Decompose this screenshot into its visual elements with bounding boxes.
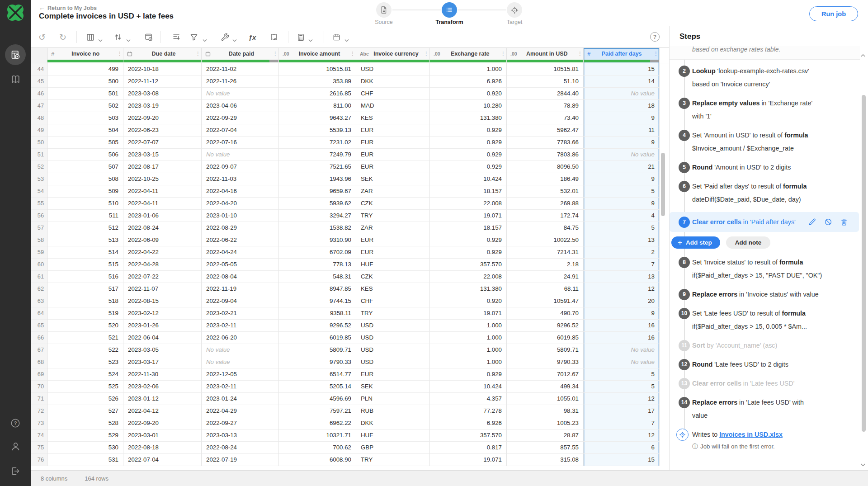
calendar-icon[interactable] (331, 32, 341, 42)
stepper-transform[interactable]: Transform (429, 2, 470, 25)
stepper-target[interactable]: Target (494, 2, 535, 25)
step-item-8[interactable]: 8Set 'Invoice status' to result of formu… (670, 256, 860, 282)
cell-invoice_currency[interactable]: SEK (356, 381, 430, 393)
output-file-link[interactable]: Invoices in USD.xlsx (719, 431, 783, 438)
chevron-down-icon[interactable] (232, 36, 237, 39)
cell-invoice_no[interactable]: 503 (47, 112, 123, 124)
column-menu-icon[interactable]: ⋮ (653, 51, 659, 57)
cell-date_paid[interactable]: No value (202, 88, 279, 100)
cell-date_paid[interactable]: No value (202, 344, 279, 356)
cell-due_date[interactable]: 2022-09-20 (123, 417, 202, 429)
cell-date_paid[interactable]: 2022-11-02 (202, 63, 279, 75)
columns-icon[interactable] (85, 32, 95, 42)
return-to-jobs-link[interactable]: ←Return to My Jobs (39, 4, 97, 11)
step-item-11[interactable]: 11Sort by 'Account_name' (asc) (670, 339, 860, 352)
column-header-amount_usd[interactable]: .00Amount in USD⋮ (507, 48, 584, 60)
cell-invoice_no[interactable]: 522 (47, 344, 123, 356)
cell-due_date[interactable]: 2023-02-12 (123, 307, 202, 320)
cell-date_paid[interactable]: No value (202, 356, 279, 368)
cell-exchange_rate[interactable]: 6.926 (430, 75, 507, 88)
cell-invoice_currency[interactable]: ZAR (356, 222, 430, 234)
cell-amount_usd[interactable]: 28.87 (507, 429, 584, 442)
cell-amount_usd[interactable]: 68.11 (507, 283, 584, 295)
sidebar-item-library[interactable] (0, 69, 31, 90)
cell-amount_usd[interactable]: 8096.50 (507, 161, 584, 173)
cell-date_paid[interactable]: 2023-02-11 (202, 320, 279, 332)
steps-scroll-down-icon[interactable] (860, 460, 867, 467)
cell-date_paid[interactable]: 2022-04-20 (202, 198, 279, 210)
cell-amount_usd[interactable]: 5962.47 (507, 124, 584, 137)
cell-invoice_amount[interactable]: 5809.71 (279, 344, 356, 356)
chevron-down-icon[interactable] (344, 36, 349, 39)
cell-amount_usd[interactable]: 172.74 (507, 210, 584, 222)
cell-invoice_no[interactable]: 506 (47, 149, 123, 161)
delete-step-icon[interactable] (840, 218, 848, 226)
cell-date_paid[interactable]: 2022-06-20 (202, 332, 279, 344)
cell-amount_usd[interactable]: 9296.52 (507, 320, 584, 332)
cell-invoice_amount[interactable]: 700.62 (279, 442, 356, 454)
cell-date_paid[interactable]: 2022-09-07 (202, 161, 279, 173)
cell-invoice_amount[interactable]: 1943.96 (279, 173, 356, 185)
column-header-paid_after_days[interactable]: #Paid after days⋮ (584, 48, 660, 60)
cell-due_date[interactable]: 2022-07-22 (123, 271, 202, 283)
add-note-button[interactable]: Add note (726, 236, 771, 249)
cell-date_paid[interactable]: 2023-03-13 (202, 429, 279, 442)
cell-amount_usd[interactable]: 7214.31 (507, 246, 584, 259)
cell-due_date[interactable]: 2023-03-01 (123, 429, 202, 442)
cell-amount_usd[interactable]: 7012.67 (507, 368, 584, 381)
cell-exchange_rate[interactable]: 0.920 (430, 295, 507, 307)
cell-invoice_amount[interactable]: 7521.65 (279, 161, 356, 173)
cell-invoice_currency[interactable]: USD (356, 332, 430, 344)
column-header-invoice_amount[interactable]: .00Invoice amount⋮ (279, 48, 356, 60)
cell-invoice_amount[interactable]: 353.89 (279, 75, 356, 88)
cell-invoice_no[interactable]: 510 (47, 198, 123, 210)
cell-invoice_currency[interactable]: PLN (356, 393, 430, 405)
cell-invoice_amount[interactable]: 2616.85 (279, 88, 356, 100)
cell-invoice_currency[interactable]: GBP (356, 442, 430, 454)
cell-invoice_amount[interactable]: 6702.09 (279, 246, 356, 259)
cell-invoice_amount[interactable]: 5939.62 (279, 198, 356, 210)
cell-invoice_currency[interactable]: DKK (356, 75, 430, 88)
cell-date_paid[interactable]: 2022-07-16 (202, 137, 279, 149)
cell-date_paid[interactable]: 2022-11-19 (202, 283, 279, 295)
cell-paid_after_days[interactable]: 9 (584, 173, 660, 185)
cell-due_date[interactable]: 2023-03-15 (123, 149, 202, 161)
cell-invoice_no[interactable]: 530 (47, 442, 123, 454)
cell-paid_after_days[interactable]: 14 (584, 75, 660, 88)
cell-due_date[interactable]: 2022-04-12 (123, 405, 202, 417)
cell-invoice_currency[interactable]: EUR (356, 246, 430, 259)
cell-invoice_currency[interactable]: EUR (356, 137, 430, 149)
cell-invoice_amount[interactable]: 5539.13 (279, 124, 356, 137)
cell-exchange_rate[interactable]: 10.280 (430, 100, 507, 112)
cell-due_date[interactable]: 2023-01-26 (123, 320, 202, 332)
cell-amount_usd[interactable]: 10591.47 (507, 295, 584, 307)
column-header-invoice_currency[interactable]: AbcInvoice currency⋮ (356, 48, 430, 60)
cell-amount_usd[interactable]: 1055.01 (507, 393, 584, 405)
cell-due_date[interactable]: 2022-11-07 (123, 283, 202, 295)
cell-due_date[interactable]: 2022-07-04 (123, 454, 202, 466)
cell-invoice_currency[interactable]: USD (356, 63, 430, 75)
cell-amount_usd[interactable]: 5809.71 (507, 344, 584, 356)
cell-date_paid[interactable]: 2023-04-06 (202, 100, 279, 112)
cell-invoice_currency[interactable]: HUF (356, 429, 430, 442)
cell-invoice_amount[interactable]: 9358.11 (279, 307, 356, 320)
cell-due_date[interactable]: 2022-10-18 (123, 63, 202, 75)
cell-invoice_amount[interactable]: 5205.14 (279, 381, 356, 393)
cell-amount_usd[interactable]: 10515.81 (507, 63, 584, 75)
app-logo-icon[interactable] (5, 3, 25, 23)
cell-invoice_no[interactable]: 515 (47, 259, 123, 271)
cell-due_date[interactable]: 2023-02-06 (123, 381, 202, 393)
cell-invoice_amount[interactable]: 9659.67 (279, 185, 356, 198)
cell-invoice_currency[interactable]: RUB (356, 405, 430, 417)
cell-invoice_no[interactable]: 502 (47, 100, 123, 112)
cell-invoice_amount[interactable]: 9643.27 (279, 112, 356, 124)
cell-invoice_currency[interactable]: EUR (356, 149, 430, 161)
cell-exchange_rate[interactable]: 77.278 (430, 405, 507, 417)
column-header-invoice_no[interactable]: #Invoice no⋮ (47, 48, 123, 60)
cell-due_date[interactable]: 2022-09-20 (123, 112, 202, 124)
cell-date_paid[interactable]: 2022-06-22 (202, 234, 279, 246)
cell-date_paid[interactable]: 2022-04-16 (202, 185, 279, 198)
cell-invoice_amount[interactable]: 6514.77 (279, 368, 356, 381)
cell-amount_usd[interactable]: 2844.40 (507, 88, 584, 100)
cell-date_paid[interactable]: 2022-08-04 (202, 271, 279, 283)
